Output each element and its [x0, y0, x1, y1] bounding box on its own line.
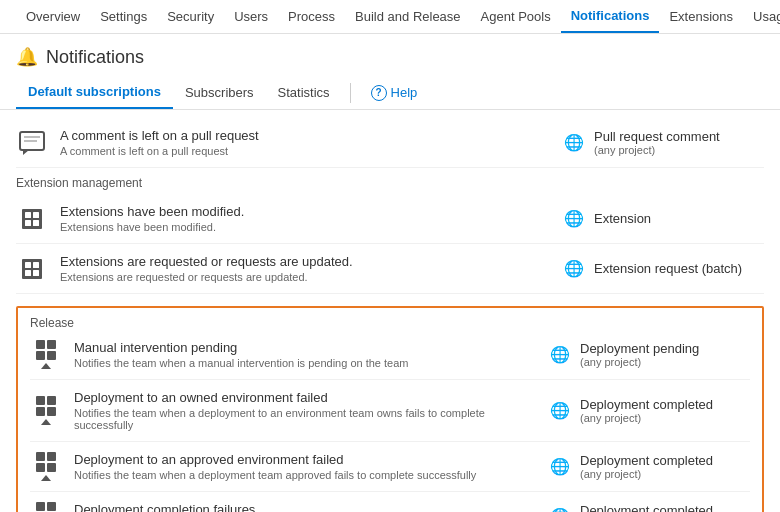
tab-default-subscriptions[interactable]: Default subscriptions [16, 76, 173, 109]
ext2-type-name: Extension request (batch) [594, 261, 742, 276]
globe-icon-rel3: 🌐 [550, 507, 570, 512]
rel2-right: 🌐 Deployment completed (any project) [550, 453, 750, 480]
nav-build-release[interactable]: Build and Release [345, 1, 471, 32]
rel0-right: 🌐 Deployment pending (any project) [550, 341, 750, 368]
rel3-notification-type: Deployment completed (any project) [580, 503, 713, 512]
svg-rect-4 [25, 212, 31, 218]
tab-statistics[interactable]: Statistics [266, 77, 342, 108]
pull-request-right: 🌐 Pull request comment (any project) [564, 129, 764, 156]
extension-icon-1 [20, 207, 44, 231]
svg-rect-6 [25, 220, 31, 226]
rel2-type-sub: (any project) [580, 468, 713, 480]
rel0-title: Manual intervention pending [74, 340, 538, 355]
globe-icon-rel0: 🌐 [550, 345, 570, 364]
subscription-row-rel2: Deployment to an approved environment fa… [30, 442, 750, 492]
rel1-icon-area [30, 396, 62, 425]
nav-usage[interactable]: Usage [743, 1, 780, 32]
pull-request-subtitle: A comment is left on a pull request [60, 145, 552, 157]
release-section-label: Release [30, 308, 750, 330]
rel2-title: Deployment to an approved environment fa… [74, 452, 538, 467]
rel3-text: Deployment completion failures Notifies … [74, 502, 538, 512]
sub-nav: Default subscriptions Subscribers Statis… [0, 76, 780, 110]
rel0-icon-area [30, 340, 62, 369]
pull-request-icon-area [16, 131, 48, 155]
nav-users[interactable]: Users [224, 1, 278, 32]
pr-type-name: Pull request comment [594, 129, 720, 144]
release-group: Release Manual intervention pending Noti… [16, 306, 764, 512]
nav-agent-pools[interactable]: Agent Pools [471, 1, 561, 32]
rel0-notification-type: Deployment pending (any project) [580, 341, 699, 368]
deploy-icon-2 [36, 452, 56, 481]
globe-icon-rel2: 🌐 [550, 457, 570, 476]
rel1-type-sub: (any project) [580, 412, 713, 424]
rel1-type-name: Deployment completed [580, 397, 713, 412]
ext1-icon-area [16, 207, 48, 231]
rel2-text: Deployment to an approved environment fa… [74, 452, 538, 481]
svg-rect-9 [25, 262, 31, 268]
ext2-text: Extensions are requested or requests are… [60, 254, 552, 283]
extension-icon-2 [20, 257, 44, 281]
globe-icon-pr: 🌐 [564, 133, 584, 152]
deploy-icon-0 [36, 340, 56, 369]
rel0-type-name: Deployment pending [580, 341, 699, 356]
bell-icon: 🔔 [16, 46, 38, 68]
deploy-icon-1 [36, 396, 56, 425]
rel3-right: 🌐 Deployment completed (any project) [550, 503, 750, 512]
rel2-subtitle: Notifies the team when a deployment team… [74, 469, 538, 481]
svg-rect-8 [22, 259, 42, 279]
rel3-title: Deployment completion failures [74, 502, 538, 512]
sub-nav-divider [350, 83, 351, 103]
comment-icon [19, 131, 45, 155]
pull-request-title: A comment is left on a pull request [60, 128, 552, 143]
content-area: A comment is left on a pull request A co… [0, 110, 780, 512]
ext1-notification-type: Extension [594, 211, 651, 226]
pull-request-text: A comment is left on a pull request A co… [60, 128, 552, 157]
ext1-title: Extensions have been modified. [60, 204, 552, 219]
rel0-text: Manual intervention pending Notifies the… [74, 340, 538, 369]
subscription-row-rel1: Deployment to an owned environment faile… [30, 380, 750, 442]
globe-icon-ext1: 🌐 [564, 209, 584, 228]
ext1-type-name: Extension [594, 211, 651, 226]
ext1-text: Extensions have been modified. Extension… [60, 204, 552, 233]
rel1-text: Deployment to an owned environment faile… [74, 390, 538, 431]
svg-rect-3 [22, 209, 42, 229]
rel0-subtitle: Notifies the team when a manual interven… [74, 357, 538, 369]
nav-overview[interactable]: Overview [16, 1, 90, 32]
ext2-right: 🌐 Extension request (batch) [564, 259, 764, 278]
ext1-subtitle: Extensions have been modified. [60, 221, 552, 233]
rel1-title: Deployment to an owned environment faile… [74, 390, 538, 405]
subscription-row-rel0: Manual intervention pending Notifies the… [30, 330, 750, 380]
ext2-notification-type: Extension request (batch) [594, 261, 742, 276]
rel1-subtitle: Notifies the team when a deployment to a… [74, 407, 538, 431]
rel2-type-name: Deployment completed [580, 453, 713, 468]
globe-icon-rel1: 🌐 [550, 401, 570, 420]
help-icon: ? [371, 85, 387, 101]
nav-security[interactable]: Security [157, 1, 224, 32]
svg-rect-5 [33, 212, 39, 218]
globe-icon-ext2: 🌐 [564, 259, 584, 278]
pr-notification-type: Pull request comment (any project) [594, 129, 720, 156]
svg-rect-10 [33, 262, 39, 268]
help-label: Help [391, 85, 418, 100]
page-header: 🔔 Notifications [0, 34, 780, 76]
ext2-icon-area [16, 257, 48, 281]
help-link[interactable]: ? Help [359, 77, 430, 109]
rel3-type-name: Deployment completed [580, 503, 713, 512]
nav-notifications[interactable]: Notifications [561, 0, 660, 33]
nav-settings[interactable]: Settings [90, 1, 157, 32]
ext2-title: Extensions are requested or requests are… [60, 254, 552, 269]
page-title: Notifications [46, 47, 144, 68]
nav-extensions[interactable]: Extensions [659, 1, 743, 32]
subscription-row-ext2: Extensions are requested or requests are… [16, 244, 764, 294]
top-nav: Overview Settings Security Users Process… [0, 0, 780, 34]
rel1-right: 🌐 Deployment completed (any project) [550, 397, 750, 424]
nav-process[interactable]: Process [278, 1, 345, 32]
tab-subscribers[interactable]: Subscribers [173, 77, 266, 108]
extension-section-label: Extension management [16, 168, 764, 194]
rel1-notification-type: Deployment completed (any project) [580, 397, 713, 424]
ext2-subtitle: Extensions are requested or requests are… [60, 271, 552, 283]
svg-rect-12 [33, 270, 39, 276]
pr-type-sub: (any project) [594, 144, 720, 156]
deploy-icon-3 [36, 502, 56, 512]
ext1-right: 🌐 Extension [564, 209, 764, 228]
